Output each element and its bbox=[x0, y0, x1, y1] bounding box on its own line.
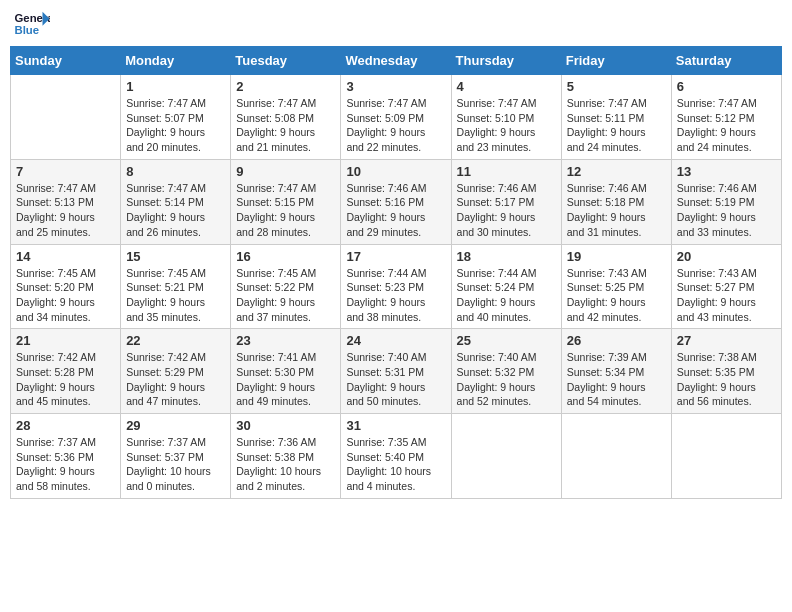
day-info: Sunrise: 7:47 AMSunset: 5:12 PMDaylight:… bbox=[677, 96, 776, 155]
calendar-cell: 5Sunrise: 7:47 AMSunset: 5:11 PMDaylight… bbox=[561, 75, 671, 160]
day-number: 14 bbox=[16, 249, 115, 264]
day-number: 31 bbox=[346, 418, 445, 433]
day-number: 24 bbox=[346, 333, 445, 348]
calendar-cell: 13Sunrise: 7:46 AMSunset: 5:19 PMDayligh… bbox=[671, 159, 781, 244]
day-number: 3 bbox=[346, 79, 445, 94]
calendar-cell bbox=[11, 75, 121, 160]
weekday-header-thursday: Thursday bbox=[451, 47, 561, 75]
day-number: 13 bbox=[677, 164, 776, 179]
day-info: Sunrise: 7:44 AMSunset: 5:23 PMDaylight:… bbox=[346, 266, 445, 325]
day-number: 18 bbox=[457, 249, 556, 264]
calendar-cell: 8Sunrise: 7:47 AMSunset: 5:14 PMDaylight… bbox=[121, 159, 231, 244]
weekday-header-monday: Monday bbox=[121, 47, 231, 75]
calendar-cell: 31Sunrise: 7:35 AMSunset: 5:40 PMDayligh… bbox=[341, 414, 451, 499]
day-number: 30 bbox=[236, 418, 335, 433]
calendar-cell: 23Sunrise: 7:41 AMSunset: 5:30 PMDayligh… bbox=[231, 329, 341, 414]
calendar-cell: 26Sunrise: 7:39 AMSunset: 5:34 PMDayligh… bbox=[561, 329, 671, 414]
calendar-cell: 16Sunrise: 7:45 AMSunset: 5:22 PMDayligh… bbox=[231, 244, 341, 329]
day-number: 22 bbox=[126, 333, 225, 348]
day-info: Sunrise: 7:47 AMSunset: 5:15 PMDaylight:… bbox=[236, 181, 335, 240]
day-number: 2 bbox=[236, 79, 335, 94]
day-info: Sunrise: 7:46 AMSunset: 5:19 PMDaylight:… bbox=[677, 181, 776, 240]
day-info: Sunrise: 7:42 AMSunset: 5:28 PMDaylight:… bbox=[16, 350, 115, 409]
header: General Blue bbox=[10, 10, 782, 38]
day-number: 15 bbox=[126, 249, 225, 264]
day-info: Sunrise: 7:47 AMSunset: 5:09 PMDaylight:… bbox=[346, 96, 445, 155]
day-info: Sunrise: 7:36 AMSunset: 5:38 PMDaylight:… bbox=[236, 435, 335, 494]
calendar-cell: 11Sunrise: 7:46 AMSunset: 5:17 PMDayligh… bbox=[451, 159, 561, 244]
day-info: Sunrise: 7:37 AMSunset: 5:36 PMDaylight:… bbox=[16, 435, 115, 494]
calendar-cell: 29Sunrise: 7:37 AMSunset: 5:37 PMDayligh… bbox=[121, 414, 231, 499]
day-number: 5 bbox=[567, 79, 666, 94]
calendar-cell: 6Sunrise: 7:47 AMSunset: 5:12 PMDaylight… bbox=[671, 75, 781, 160]
calendar-cell: 10Sunrise: 7:46 AMSunset: 5:16 PMDayligh… bbox=[341, 159, 451, 244]
day-info: Sunrise: 7:45 AMSunset: 5:22 PMDaylight:… bbox=[236, 266, 335, 325]
calendar-cell bbox=[451, 414, 561, 499]
calendar-cell: 20Sunrise: 7:43 AMSunset: 5:27 PMDayligh… bbox=[671, 244, 781, 329]
day-info: Sunrise: 7:47 AMSunset: 5:10 PMDaylight:… bbox=[457, 96, 556, 155]
weekday-header-sunday: Sunday bbox=[11, 47, 121, 75]
day-number: 9 bbox=[236, 164, 335, 179]
calendar-cell: 9Sunrise: 7:47 AMSunset: 5:15 PMDaylight… bbox=[231, 159, 341, 244]
logo: General Blue bbox=[14, 10, 50, 38]
calendar-cell: 30Sunrise: 7:36 AMSunset: 5:38 PMDayligh… bbox=[231, 414, 341, 499]
weekday-header-saturday: Saturday bbox=[671, 47, 781, 75]
day-info: Sunrise: 7:42 AMSunset: 5:29 PMDaylight:… bbox=[126, 350, 225, 409]
page: General Blue SundayMondayTuesdayWednesda… bbox=[0, 0, 792, 612]
calendar-week-row: 1Sunrise: 7:47 AMSunset: 5:07 PMDaylight… bbox=[11, 75, 782, 160]
day-number: 4 bbox=[457, 79, 556, 94]
calendar-cell: 24Sunrise: 7:40 AMSunset: 5:31 PMDayligh… bbox=[341, 329, 451, 414]
calendar-cell: 27Sunrise: 7:38 AMSunset: 5:35 PMDayligh… bbox=[671, 329, 781, 414]
day-info: Sunrise: 7:43 AMSunset: 5:25 PMDaylight:… bbox=[567, 266, 666, 325]
day-number: 26 bbox=[567, 333, 666, 348]
day-info: Sunrise: 7:39 AMSunset: 5:34 PMDaylight:… bbox=[567, 350, 666, 409]
day-number: 27 bbox=[677, 333, 776, 348]
calendar-cell: 14Sunrise: 7:45 AMSunset: 5:20 PMDayligh… bbox=[11, 244, 121, 329]
day-number: 8 bbox=[126, 164, 225, 179]
day-number: 20 bbox=[677, 249, 776, 264]
calendar-cell: 28Sunrise: 7:37 AMSunset: 5:36 PMDayligh… bbox=[11, 414, 121, 499]
day-info: Sunrise: 7:47 AMSunset: 5:07 PMDaylight:… bbox=[126, 96, 225, 155]
calendar-cell: 7Sunrise: 7:47 AMSunset: 5:13 PMDaylight… bbox=[11, 159, 121, 244]
day-number: 19 bbox=[567, 249, 666, 264]
day-info: Sunrise: 7:45 AMSunset: 5:20 PMDaylight:… bbox=[16, 266, 115, 325]
day-info: Sunrise: 7:41 AMSunset: 5:30 PMDaylight:… bbox=[236, 350, 335, 409]
day-info: Sunrise: 7:46 AMSunset: 5:16 PMDaylight:… bbox=[346, 181, 445, 240]
day-info: Sunrise: 7:37 AMSunset: 5:37 PMDaylight:… bbox=[126, 435, 225, 494]
day-number: 16 bbox=[236, 249, 335, 264]
day-number: 29 bbox=[126, 418, 225, 433]
day-number: 17 bbox=[346, 249, 445, 264]
day-info: Sunrise: 7:35 AMSunset: 5:40 PMDaylight:… bbox=[346, 435, 445, 494]
day-info: Sunrise: 7:47 AMSunset: 5:13 PMDaylight:… bbox=[16, 181, 115, 240]
calendar-week-row: 28Sunrise: 7:37 AMSunset: 5:36 PMDayligh… bbox=[11, 414, 782, 499]
day-info: Sunrise: 7:40 AMSunset: 5:32 PMDaylight:… bbox=[457, 350, 556, 409]
day-info: Sunrise: 7:40 AMSunset: 5:31 PMDaylight:… bbox=[346, 350, 445, 409]
day-info: Sunrise: 7:45 AMSunset: 5:21 PMDaylight:… bbox=[126, 266, 225, 325]
day-number: 12 bbox=[567, 164, 666, 179]
calendar-cell: 18Sunrise: 7:44 AMSunset: 5:24 PMDayligh… bbox=[451, 244, 561, 329]
calendar-cell: 22Sunrise: 7:42 AMSunset: 5:29 PMDayligh… bbox=[121, 329, 231, 414]
day-number: 7 bbox=[16, 164, 115, 179]
calendar-cell bbox=[671, 414, 781, 499]
day-number: 25 bbox=[457, 333, 556, 348]
calendar-cell: 15Sunrise: 7:45 AMSunset: 5:21 PMDayligh… bbox=[121, 244, 231, 329]
day-number: 11 bbox=[457, 164, 556, 179]
day-number: 6 bbox=[677, 79, 776, 94]
calendar-cell: 12Sunrise: 7:46 AMSunset: 5:18 PMDayligh… bbox=[561, 159, 671, 244]
weekday-header-wednesday: Wednesday bbox=[341, 47, 451, 75]
day-info: Sunrise: 7:46 AMSunset: 5:17 PMDaylight:… bbox=[457, 181, 556, 240]
calendar-week-row: 21Sunrise: 7:42 AMSunset: 5:28 PMDayligh… bbox=[11, 329, 782, 414]
calendar-week-row: 14Sunrise: 7:45 AMSunset: 5:20 PMDayligh… bbox=[11, 244, 782, 329]
calendar-cell: 19Sunrise: 7:43 AMSunset: 5:25 PMDayligh… bbox=[561, 244, 671, 329]
calendar-cell bbox=[561, 414, 671, 499]
day-number: 28 bbox=[16, 418, 115, 433]
calendar-cell: 2Sunrise: 7:47 AMSunset: 5:08 PMDaylight… bbox=[231, 75, 341, 160]
day-info: Sunrise: 7:47 AMSunset: 5:11 PMDaylight:… bbox=[567, 96, 666, 155]
day-number: 1 bbox=[126, 79, 225, 94]
calendar-cell: 3Sunrise: 7:47 AMSunset: 5:09 PMDaylight… bbox=[341, 75, 451, 160]
day-info: Sunrise: 7:47 AMSunset: 5:14 PMDaylight:… bbox=[126, 181, 225, 240]
day-info: Sunrise: 7:44 AMSunset: 5:24 PMDaylight:… bbox=[457, 266, 556, 325]
weekday-header-row: SundayMondayTuesdayWednesdayThursdayFrid… bbox=[11, 47, 782, 75]
calendar-cell: 1Sunrise: 7:47 AMSunset: 5:07 PMDaylight… bbox=[121, 75, 231, 160]
calendar-cell: 21Sunrise: 7:42 AMSunset: 5:28 PMDayligh… bbox=[11, 329, 121, 414]
